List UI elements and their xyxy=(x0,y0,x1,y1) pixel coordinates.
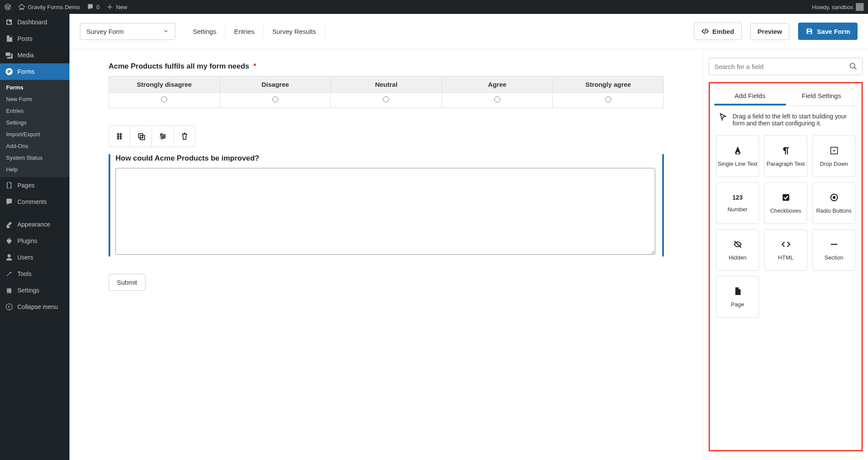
tab-entries[interactable]: Entries xyxy=(225,23,264,39)
menu-appearance[interactable]: Appearance xyxy=(0,216,69,233)
drag-handle[interactable] xyxy=(109,125,130,147)
menu-users[interactable]: Users xyxy=(0,249,69,266)
field-section[interactable]: Section xyxy=(812,229,855,271)
svg-point-7 xyxy=(120,138,122,139)
submenu-settings[interactable]: Settings xyxy=(0,117,69,128)
wp-logo[interactable] xyxy=(4,3,11,10)
svg-point-11 xyxy=(162,137,163,139)
menu-dashboard[interactable]: Dashboard xyxy=(0,14,69,30)
svg-rect-14 xyxy=(782,194,789,200)
tab-field-settings[interactable]: Field Settings xyxy=(786,88,858,105)
paragraph-textarea[interactable] xyxy=(116,168,655,255)
menu-media[interactable]: Media xyxy=(0,47,69,63)
duplicate-button[interactable] xyxy=(130,125,152,147)
likert-radio[interactable] xyxy=(605,96,611,102)
svg-point-10 xyxy=(163,135,165,137)
form-toolbar: Survey Form Settings Entries Survey Resu… xyxy=(69,14,868,49)
submit-button[interactable]: Submit xyxy=(109,274,145,291)
field-radio-buttons[interactable]: Radio Buttons xyxy=(812,182,855,224)
number-icon: 123 xyxy=(733,194,743,201)
duplicate-icon xyxy=(137,132,145,141)
avatar xyxy=(856,3,864,11)
preview-button[interactable]: Preview xyxy=(750,23,790,40)
menu-posts[interactable]: Posts xyxy=(0,30,69,47)
site-name-text: Gravity Forms Demo xyxy=(28,4,80,10)
submenu-help[interactable]: Help xyxy=(0,164,69,175)
likert-table: Strongly disagree Disagree Neutral Agree… xyxy=(109,76,664,108)
likert-header: Strongly disagree xyxy=(109,76,220,93)
field-single-line-text[interactable]: Single Line Text xyxy=(716,135,759,177)
likert-radio[interactable] xyxy=(272,96,278,102)
embed-icon xyxy=(701,27,709,35)
delete-button[interactable] xyxy=(174,125,195,147)
likert-header: Disagree xyxy=(220,76,331,93)
tab-settings[interactable]: Settings xyxy=(184,23,225,39)
menu-collapse[interactable]: Collapse menu xyxy=(0,299,69,315)
menu-settings[interactable]: Settings xyxy=(0,282,69,299)
form-switcher[interactable]: Survey Form xyxy=(80,23,175,40)
form-name: Survey Form xyxy=(86,28,124,35)
menu-pages[interactable]: Pages xyxy=(0,177,69,194)
svg-point-9 xyxy=(161,134,162,135)
field-html[interactable]: HTML xyxy=(764,229,807,271)
submenu-addons[interactable]: Add-Ons xyxy=(0,140,69,152)
tab-survey-results[interactable]: Survey Results xyxy=(264,23,325,39)
dropdown-icon xyxy=(829,146,839,155)
admin-sidebar: Dashboard Posts Media Forms Forms New Fo… xyxy=(0,14,69,460)
svg-point-12 xyxy=(850,63,855,68)
right-panel: Add Fields Field Settings Drag a field t… xyxy=(703,49,868,460)
form-editor: Acme Products fulfils all my form needs … xyxy=(69,49,703,460)
embed-button[interactable]: Embed xyxy=(694,23,742,40)
field-hidden[interactable]: Hidden xyxy=(716,229,759,271)
field-paragraph-text[interactable]: Paragraph Text xyxy=(764,135,807,177)
svg-point-1 xyxy=(6,304,12,310)
field-search[interactable] xyxy=(709,58,863,75)
field-checkboxes[interactable]: Checkboxes xyxy=(764,182,807,224)
admin-bar: Gravity Forms Demo 0 New Howdy, sandbox xyxy=(0,0,868,14)
search-input[interactable] xyxy=(714,63,849,70)
trash-icon xyxy=(180,132,189,141)
field-number[interactable]: 123Number xyxy=(716,182,759,224)
likert-radio[interactable] xyxy=(383,96,389,102)
text-icon xyxy=(733,146,743,155)
radio-icon xyxy=(829,193,839,202)
checkbox-icon xyxy=(781,193,791,202)
menu-comments[interactable]: Comments xyxy=(0,194,69,210)
hidden-icon xyxy=(733,240,743,249)
svg-point-3 xyxy=(120,134,122,135)
howdy[interactable]: Howdy, sandbox xyxy=(812,3,864,11)
menu-tools[interactable]: Tools xyxy=(0,266,69,282)
svg-point-16 xyxy=(832,196,835,199)
section-icon xyxy=(829,240,839,249)
submenu-forms: Forms New Form Entries Settings Import/E… xyxy=(0,80,69,177)
tab-add-fields[interactable]: Add Fields xyxy=(714,88,786,105)
active-field[interactable]: How could Acme Products be improved? xyxy=(109,154,664,256)
site-name[interactable]: Gravity Forms Demo xyxy=(18,3,80,10)
new-text: New xyxy=(116,4,127,10)
submenu-entries[interactable]: Entries xyxy=(0,105,69,117)
howdy-text: Howdy, sandbox xyxy=(812,4,853,10)
menu-forms[interactable]: Forms xyxy=(0,63,69,80)
paragraph-icon xyxy=(781,146,791,155)
likert-radio[interactable] xyxy=(494,96,500,102)
q2-label: How could Acme Products be improved? xyxy=(116,154,655,163)
svg-point-2 xyxy=(118,134,119,135)
save-icon xyxy=(805,27,813,35)
new-link[interactable]: New xyxy=(106,3,127,10)
settings-button[interactable] xyxy=(152,125,174,147)
likert-radio[interactable] xyxy=(161,96,167,102)
fields-panel-highlight: Add Fields Field Settings Drag a field t… xyxy=(709,82,863,451)
menu-plugins[interactable]: Plugins xyxy=(0,233,69,249)
submenu-new-form[interactable]: New Form xyxy=(0,93,69,105)
svg-point-6 xyxy=(118,138,119,139)
field-page[interactable]: Page xyxy=(716,276,759,318)
submenu-import-export[interactable]: Import/Export xyxy=(0,128,69,140)
save-form-button[interactable]: Save Form xyxy=(798,23,858,40)
comments-link[interactable]: 0 xyxy=(87,3,99,10)
chevron-down-icon xyxy=(163,28,169,34)
submenu-forms-forms[interactable]: Forms xyxy=(0,82,69,93)
html-icon xyxy=(781,240,791,249)
field-drop-down[interactable]: Drop Down xyxy=(812,135,855,177)
search-icon xyxy=(849,62,857,70)
submenu-system-status[interactable]: System Status xyxy=(0,152,69,164)
